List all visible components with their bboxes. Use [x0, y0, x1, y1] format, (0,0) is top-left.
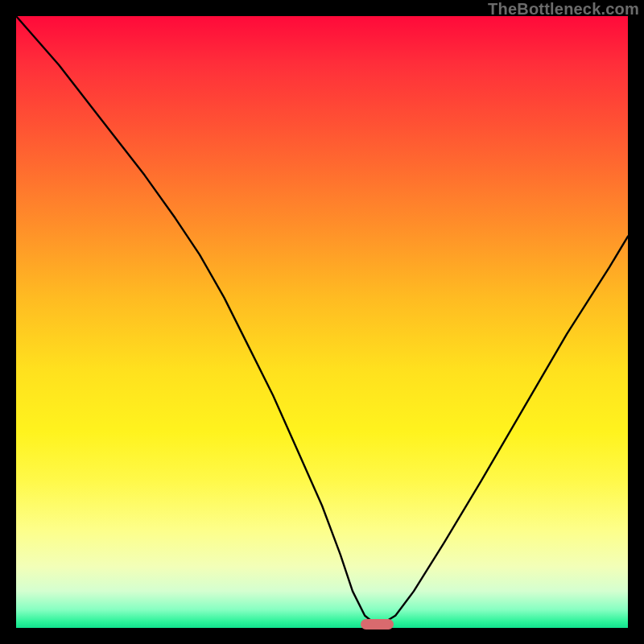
- bottleneck-curve: [16, 16, 628, 628]
- minimum-marker: [361, 619, 394, 630]
- plot-area: [16, 16, 628, 628]
- chart-frame: TheBottleneck.com: [0, 0, 644, 644]
